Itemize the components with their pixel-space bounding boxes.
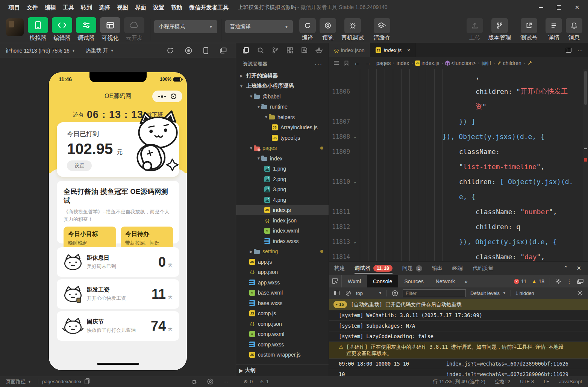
timeline-card-payday[interactable]: 距发工资 开开心心快发工资 11天 [57, 279, 179, 309]
tree-file[interactable]: app.wxss [236, 277, 329, 288]
tree-file[interactable]: base.wxss [236, 298, 329, 308]
dock-side-icon[interactable] [577, 279, 583, 284]
tree-file[interactable]: JScustom-wrapper.js [236, 350, 329, 360]
menu-goto[interactable]: 转到 [77, 4, 95, 11]
language-mode[interactable]: JavaScript [559, 379, 582, 384]
back-icon[interactable]: ← [354, 60, 360, 67]
devtools-tab-sources[interactable]: Sources [398, 275, 429, 287]
tree-file[interactable]: ‹›base.wxml [236, 288, 329, 298]
devtools-menu-icon[interactable]: ⋮ [567, 278, 572, 284]
console-settings-icon[interactable] [577, 290, 583, 296]
tree-folder-index[interactable]: ▼index [236, 153, 329, 164]
tree-folder-pages[interactable]: ▼pages [236, 143, 329, 154]
devtools-tab-wxml[interactable]: Wxml [342, 275, 367, 287]
tree-file[interactable]: {..}app.json [236, 267, 329, 278]
collapse-panel-icon[interactable]: ⌃ [564, 265, 568, 272]
group-count-badge[interactable]: ▶15 [333, 301, 347, 308]
tab-build[interactable]: 构建 [334, 262, 345, 275]
tree-file[interactable]: JSArrayincludes.js [236, 122, 329, 133]
page-path-label[interactable]: 页面路径 [6, 378, 26, 385]
menu-project[interactable]: 项目 [5, 4, 23, 11]
breadcrumb-item-children[interactable]: children [497, 60, 521, 66]
console-log-area[interactable]: ▶15 [自动热重载] 已开启代码文件保存后自动热重载 [system] WeC… [329, 299, 588, 376]
tree-file[interactable]: ‹›comp.wxml [236, 329, 329, 340]
statusbar-eye-icon[interactable] [207, 378, 214, 385]
source-link[interactable]: index.js?t=wechat&s=…607d2389006bf:11626 [446, 361, 568, 367]
save-icon[interactable] [299, 45, 310, 56]
device-debug-button[interactable]: 真机调试 [338, 17, 367, 41]
tree-file[interactable]: index.wxss [236, 236, 329, 246]
capsule-menu[interactable] [152, 91, 182, 102]
tab-terminal[interactable]: 终端 [452, 262, 463, 275]
editor-toggle-button[interactable]: 编辑器 [50, 17, 74, 42]
editor-scrollbar[interactable] [583, 69, 588, 261]
close-button[interactable]: ✕ [570, 2, 584, 13]
fold-icon[interactable]: ⌄ [350, 239, 360, 244]
source-link[interactable]: index.js?t=wechat&s=…607d2389006bf:11629 [446, 371, 568, 376]
stop-icon[interactable] [185, 47, 192, 54]
breadcrumb-item[interactable]: pages [376, 60, 391, 66]
tree-file-index-js[interactable]: JSindex.js [236, 205, 329, 216]
mode-select[interactable]: 小程序模式▼ [154, 20, 217, 33]
tree-file[interactable]: 2.png [236, 174, 329, 184]
outline-section[interactable]: ▶大纲 [236, 364, 329, 376]
menu-tools[interactable]: 工具 [59, 4, 77, 11]
menu-view[interactable]: 视图 [114, 4, 132, 11]
project-root-section[interactable]: ▼上班摸鱼小程序源码 [236, 81, 329, 92]
explorer-more-icon[interactable]: ··· [315, 61, 326, 67]
menu-settings[interactable]: 设置 [150, 4, 168, 11]
editor-more-icon[interactable]: ··· [577, 47, 583, 53]
console-filter-input[interactable] [403, 289, 466, 297]
menu-help[interactable]: 帮助 [168, 4, 186, 11]
more-dots-icon[interactable] [158, 95, 166, 98]
menu-file[interactable]: 文件 [23, 4, 41, 11]
visualization-toggle-button[interactable]: 可视化 [99, 17, 122, 42]
log-levels-select[interactable]: Default levels▼ [470, 290, 506, 296]
close-tab-icon[interactable]: × [407, 47, 410, 53]
tab-index-js[interactable]: JS index.js × [370, 43, 416, 57]
error-counter[interactable]: ✕11 [514, 278, 527, 284]
maximize-button[interactable] [552, 2, 566, 13]
tree-folder-helpers[interactable]: ▼helpers [236, 112, 329, 122]
tree-file[interactable]: JStypeof.js [236, 133, 329, 143]
hot-reload-toggle[interactable]: 热重载 开▼ [86, 47, 114, 54]
breadcrumb-item-f[interactable]: [@]f [482, 60, 491, 66]
outline-list-icon[interactable] [333, 60, 339, 65]
tree-file[interactable]: 4.png [236, 195, 329, 205]
indent-setting[interactable]: 空格: 2 [495, 378, 510, 385]
extensions-icon[interactable] [284, 45, 296, 56]
source-control-icon[interactable] [270, 45, 281, 56]
tree-file[interactable]: ‹›index.wxml [236, 226, 329, 236]
context-select[interactable]: top▼ [356, 290, 382, 296]
tab-code-quality[interactable]: 代码质量 [473, 262, 494, 275]
devtools-tab-console[interactable]: Console [367, 275, 398, 287]
multi-window-icon[interactable] [220, 47, 227, 54]
version-control-button[interactable]: 版本管理 [485, 17, 514, 41]
tab-debugger[interactable]: 调试器11, 18 [355, 262, 393, 275]
copy-path-icon[interactable] [85, 379, 89, 384]
timeline-card-weekend[interactable]: 距休息日 美好周末已到 0天 [57, 247, 179, 277]
tree-file[interactable]: comp.wxss [236, 339, 329, 350]
compile-button[interactable]: 编译 [298, 17, 317, 41]
timeline-card-holiday[interactable]: 国庆节 快放假了再打会儿酱油 74天 [57, 311, 179, 341]
breadcrumb-item-function[interactable]: <function> [445, 60, 476, 66]
breadcrumb-item[interactable]: index [397, 60, 409, 66]
open-editors-section[interactable]: ▶打开的编辑器 [236, 71, 329, 81]
devtools-tab-network[interactable]: Network [430, 275, 461, 287]
tree-file[interactable]: 1.png [236, 164, 329, 174]
files-icon[interactable] [240, 45, 252, 56]
compile-mode-select[interactable]: 普通编译▼ [225, 20, 293, 33]
live-expression-eye-icon[interactable] [391, 290, 398, 296]
tree-file[interactable]: {..}comp.json [236, 319, 329, 329]
user-avatar[interactable] [6, 18, 24, 36]
menu-select[interactable]: 选择 [95, 4, 114, 11]
tab-index-json[interactable]: {..} index.json [329, 43, 370, 57]
preview-button[interactable]: 预览 [318, 17, 338, 41]
clear-console-icon[interactable] [345, 290, 352, 296]
tree-folder-babel[interactable]: ▼@babel [236, 91, 329, 102]
device-frame-icon[interactable] [203, 47, 208, 54]
menu-edit[interactable]: 编辑 [41, 4, 59, 11]
messages-button[interactable]: 消息 [564, 17, 584, 41]
fold-icon[interactable]: ⌄ [350, 179, 360, 184]
menu-wechat-devtools[interactable]: 微信开发者工具 [186, 4, 232, 11]
